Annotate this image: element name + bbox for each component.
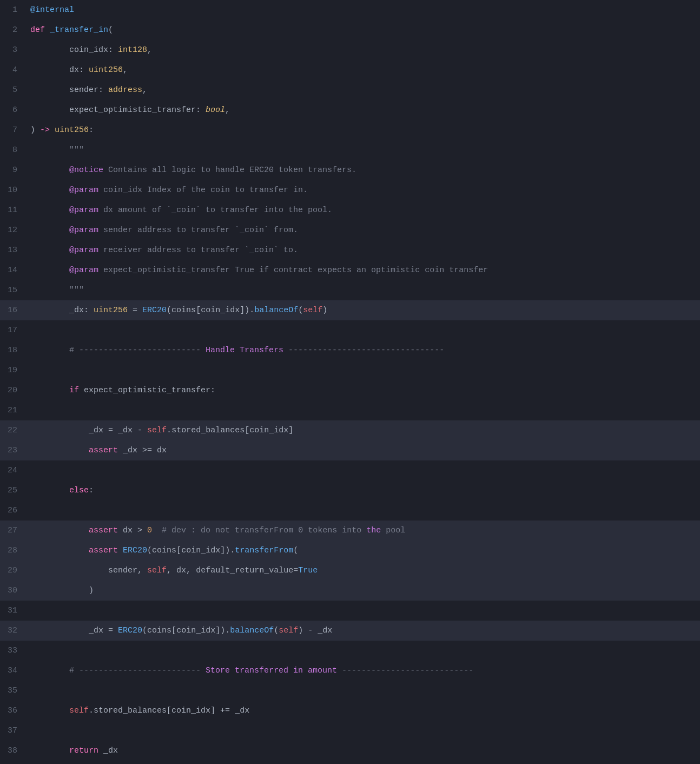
line-content-30: ) xyxy=(26,581,700,601)
line-number-25: 25 xyxy=(0,480,26,500)
line-number-23: 23 xyxy=(0,440,26,460)
line-content-11: @param dx amount of `_coin` to transfer … xyxy=(26,200,700,220)
line-number-33: 33 xyxy=(0,641,26,661)
code-line-17: 17 xyxy=(0,320,700,340)
line-content-10: @param coin_idx Index of the coin to tra… xyxy=(26,180,700,200)
line-number-9: 9 xyxy=(0,160,26,180)
line-content-36: self.stored_balances[coin_idx] += _dx xyxy=(26,701,700,721)
code-line-14: 14 @param expect_optimistic_transfer Tru… xyxy=(0,260,700,280)
code-line-36: 36 self.stored_balances[coin_idx] += _dx xyxy=(0,701,700,721)
code-line-19: 19 xyxy=(0,360,700,380)
code-line-2: 2 def _transfer_in( xyxy=(0,20,700,40)
line-number-18: 18 xyxy=(0,340,26,360)
line-content-32: _dx = ERC20(coins[coin_idx]).balanceOf(s… xyxy=(26,621,700,641)
code-line-30: 30 ) xyxy=(0,581,700,601)
line-content-38: return _dx xyxy=(26,741,700,761)
line-number-17: 17 xyxy=(0,320,26,340)
code-line-13: 13 @param receiver address to transfer `… xyxy=(0,240,700,260)
line-number-15: 15 xyxy=(0,280,26,300)
line-content-25: else: xyxy=(26,480,700,500)
code-line-7: 7 ) -> uint256: xyxy=(0,120,700,140)
line-number-31: 31 xyxy=(0,601,26,621)
line-number-1: 1 xyxy=(0,0,26,20)
code-line-33: 33 xyxy=(0,641,700,661)
code-line-6: 6 expect_optimistic_transfer: bool, xyxy=(0,100,700,120)
line-content-34: # ------------------------- Store transf… xyxy=(26,661,700,681)
code-line-4: 4 dx: uint256, xyxy=(0,60,700,80)
code-line-11: 11 @param dx amount of `_coin` to transf… xyxy=(0,200,700,220)
line-number-26: 26 xyxy=(0,500,26,521)
line-number-20: 20 xyxy=(0,380,26,400)
code-editor: 1 @internal 2 def _transfer_in( 3 coin_i… xyxy=(0,0,700,764)
line-number-30: 30 xyxy=(0,581,26,601)
line-content-8: """ xyxy=(26,140,700,160)
code-line-32: 32 _dx = ERC20(coins[coin_idx]).balanceO… xyxy=(0,621,700,641)
code-line-38: 38 return _dx xyxy=(0,741,700,761)
code-line-21: 21 xyxy=(0,400,700,420)
line-number-10: 10 xyxy=(0,180,26,200)
code-line-28: 28 assert ERC20(coins[coin_idx]).transfe… xyxy=(0,541,700,561)
line-number-34: 34 xyxy=(0,661,26,681)
line-number-5: 5 xyxy=(0,80,26,100)
code-line-26: 26 xyxy=(0,500,700,521)
code-line-24: 24 xyxy=(0,460,700,480)
code-line-12: 12 @param sender address to transfer `_c… xyxy=(0,220,700,240)
code-line-27: 27 assert dx > 0 # dev : do not transfer… xyxy=(0,521,700,541)
code-line-20: 20 if expect_optimistic_transfer: xyxy=(0,380,700,400)
line-content-22: _dx = _dx - self.stored_balances[coin_id… xyxy=(26,420,700,440)
line-number-8: 8 xyxy=(0,140,26,160)
line-number-13: 13 xyxy=(0,240,26,260)
code-line-25: 25 else: xyxy=(0,480,700,500)
line-number-19: 19 xyxy=(0,360,26,380)
code-line-29: 29 sender, self, dx, default_return_valu… xyxy=(0,561,700,581)
code-line-37: 37 xyxy=(0,721,700,741)
code-line-10: 10 @param coin_idx Index of the coin to … xyxy=(0,180,700,200)
code-line-34: 34 # ------------------------- Store tra… xyxy=(0,661,700,681)
line-number-24: 24 xyxy=(0,460,26,480)
line-content-20: if expect_optimistic_transfer: xyxy=(26,380,700,400)
line-number-12: 12 xyxy=(0,220,26,240)
line-content-2: def _transfer_in( xyxy=(26,20,700,40)
line-content-1: @internal xyxy=(26,0,700,20)
line-number-27: 27 xyxy=(0,521,26,541)
line-content-12: @param sender address to transfer `_coin… xyxy=(26,220,700,240)
line-number-38: 38 xyxy=(0,741,26,761)
line-number-21: 21 xyxy=(0,400,26,420)
code-line-35: 35 xyxy=(0,681,700,701)
code-line-22: 22 _dx = _dx - self.stored_balances[coin… xyxy=(0,420,700,440)
code-line-15: 15 """ xyxy=(0,280,700,300)
line-number-28: 28 xyxy=(0,541,26,561)
line-number-29: 29 xyxy=(0,561,26,581)
code-line-3: 3 coin_idx: int128, xyxy=(0,40,700,60)
line-number-4: 4 xyxy=(0,60,26,80)
line-number-32: 32 xyxy=(0,621,26,641)
line-content-23: assert _dx >= dx xyxy=(26,440,700,460)
code-line-16: 16 _dx: uint256 = ERC20(coins[coin_idx])… xyxy=(0,300,700,320)
line-content-13: @param receiver address to transfer `_co… xyxy=(26,240,700,260)
line-content-27: assert dx > 0 # dev : do not transferFro… xyxy=(26,521,700,541)
line-content-6: expect_optimistic_transfer: bool, xyxy=(26,100,700,120)
code-line-8: 8 """ xyxy=(0,140,700,160)
line-number-16: 16 xyxy=(0,300,26,320)
code-line-31: 31 xyxy=(0,601,700,621)
line-content-15: """ xyxy=(26,280,700,300)
line-number-11: 11 xyxy=(0,200,26,220)
line-content-29: sender, self, dx, default_return_value=T… xyxy=(26,561,700,581)
line-number-37: 37 xyxy=(0,721,26,741)
code-line-18: 18 # ------------------------- Handle Tr… xyxy=(0,340,700,360)
line-content-9: @notice Contains all logic to handle ERC… xyxy=(26,160,700,180)
line-number-36: 36 xyxy=(0,701,26,721)
line-content-3: coin_idx: int128, xyxy=(26,40,700,60)
code-line-23: 23 assert _dx >= dx xyxy=(0,440,700,460)
code-line-1: 1 @internal xyxy=(0,0,700,20)
line-number-3: 3 xyxy=(0,40,26,60)
line-number-35: 35 xyxy=(0,681,26,701)
code-line-9: 9 @notice Contains all logic to handle E… xyxy=(0,160,700,180)
line-content-5: sender: address, xyxy=(26,80,700,100)
line-number-7: 7 xyxy=(0,120,26,140)
line-content-7: ) -> uint256: xyxy=(26,120,700,140)
line-number-6: 6 xyxy=(0,100,26,120)
line-content-4: dx: uint256, xyxy=(26,60,700,80)
line-content-14: @param expect_optimistic_transfer True i… xyxy=(26,260,700,280)
line-number-22: 22 xyxy=(0,420,26,440)
